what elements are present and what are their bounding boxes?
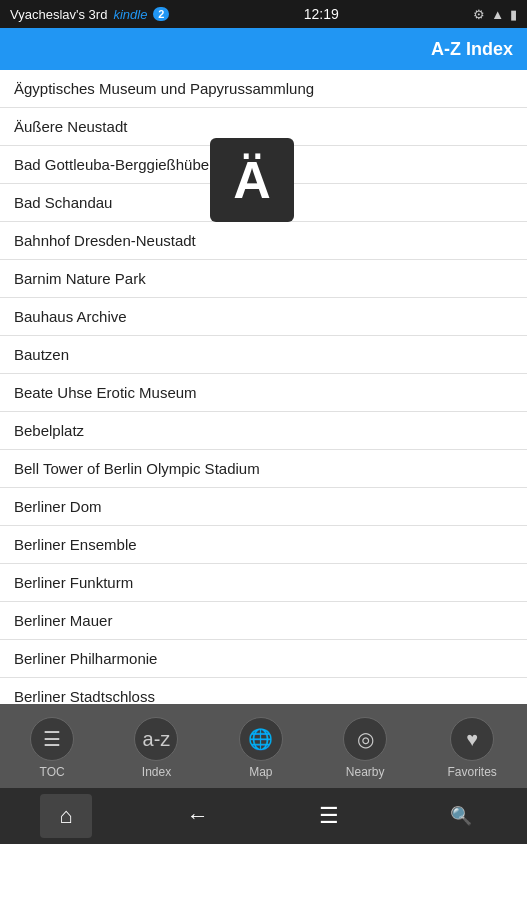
nav-icon-toc: ☰ — [30, 717, 74, 761]
notification-badge: 2 — [153, 7, 169, 21]
status-icons: ⚙ ▲ ▮ — [473, 7, 517, 22]
nav-icon-map: 🌐 — [239, 717, 283, 761]
list-item[interactable]: Barnim Nature Park — [0, 260, 527, 298]
bottom-nav: ☰TOCa-zIndex🌐Map◎Nearby♥Favorites — [0, 704, 527, 788]
status-time: 12:19 — [304, 6, 339, 22]
list-item[interactable]: Bell Tower of Berlin Olympic Stadium — [0, 450, 527, 488]
app-highlight: kindle — [113, 7, 147, 22]
list-item[interactable]: Berliner Philharmonie — [0, 640, 527, 678]
status-bar: Vyacheslav's 3rd kindle 2 12:19 ⚙ ▲ ▮ — [0, 0, 527, 28]
list-item[interactable]: Berliner Stadtschloss — [0, 678, 527, 704]
battery-icon: ▮ — [510, 7, 517, 22]
app-name: Vyacheslav's 3rd — [10, 7, 107, 22]
list-item[interactable]: Berliner Ensemble — [0, 526, 527, 564]
bottom-toolbar: ⌂ ← ☰ 🔍 — [0, 788, 527, 844]
header-title: A-Z Index — [431, 39, 513, 60]
nav-item-index[interactable]: a-zIndex — [134, 717, 178, 779]
list-item[interactable]: Ägyptisches Museum und Papyrussammlung — [0, 70, 527, 108]
list-item[interactable]: Bautzen — [0, 336, 527, 374]
nav-item-map[interactable]: 🌐Map — [239, 717, 283, 779]
nav-icon-favorites: ♥ — [450, 717, 494, 761]
list-item[interactable]: Bahnhof Dresden-Neustadt — [0, 222, 527, 260]
letter-popup-text: Ä — [233, 150, 271, 210]
nav-label-favorites: Favorites — [447, 765, 496, 779]
settings-icon: ⚙ — [473, 7, 485, 22]
search-button[interactable]: 🔍 — [435, 790, 487, 842]
list-item[interactable]: Beate Uhse Erotic Museum — [0, 374, 527, 412]
wifi-icon: ▲ — [491, 7, 504, 22]
nav-item-nearby[interactable]: ◎Nearby — [343, 717, 387, 779]
nav-label-map: Map — [249, 765, 272, 779]
header: A-Z Index — [0, 28, 527, 70]
nav-label-toc: TOC — [40, 765, 65, 779]
nav-item-favorites[interactable]: ♥Favorites — [447, 717, 496, 779]
list-item[interactable]: Bebelplatz — [0, 412, 527, 450]
nav-label-nearby: Nearby — [346, 765, 385, 779]
nav-item-toc[interactable]: ☰TOC — [30, 717, 74, 779]
list-item[interactable]: Berliner Mauer — [0, 602, 527, 640]
nav-icon-nearby: ◎ — [343, 717, 387, 761]
list-item[interactable]: Berliner Dom — [0, 488, 527, 526]
menu-button[interactable]: ☰ — [303, 790, 355, 842]
list-item[interactable]: Bauhaus Archive — [0, 298, 527, 336]
nav-label-index: Index — [142, 765, 171, 779]
back-button[interactable]: ← — [172, 790, 224, 842]
nav-icon-index: a-z — [134, 717, 178, 761]
status-left: Vyacheslav's 3rd kindle 2 — [10, 7, 169, 22]
letter-index-popup: Ä — [210, 138, 294, 222]
home-button[interactable]: ⌂ — [40, 794, 92, 838]
list-item[interactable]: Berliner Funkturm — [0, 564, 527, 602]
